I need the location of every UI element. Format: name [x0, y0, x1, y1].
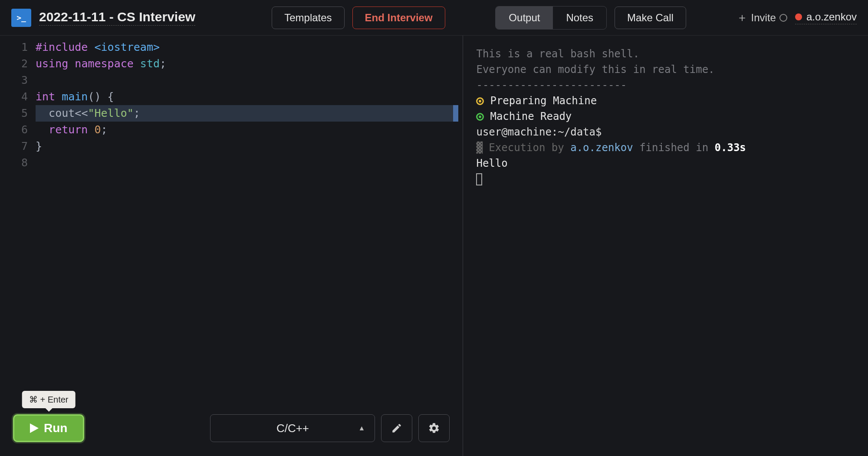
line-number: 7 — [0, 138, 28, 155]
token: namespace — [75, 57, 133, 70]
token: main — [62, 90, 88, 103]
run-label: Run — [44, 421, 67, 435]
templates-button[interactable]: Templates — [272, 7, 344, 29]
token: using — [36, 57, 68, 70]
token: #include — [36, 41, 88, 53]
terminal-panel[interactable]: This is a real bash shell. Everyone can … — [463, 36, 868, 456]
session-title[interactable]: 2022-11-11 - CS Interview — [39, 10, 195, 26]
editor-toolbar: ⌘ + Enter Run C/C++ ▲ — [0, 409, 463, 456]
status-preparing: Preparing Machine — [476, 93, 855, 109]
line-number: 1 — [0, 39, 28, 56]
username-label: a.o.zenkov — [806, 11, 857, 23]
settings-button[interactable] — [418, 414, 450, 442]
terminal-divider: ------------------------ — [476, 77, 855, 93]
line-number: 4 — [0, 89, 28, 105]
code-area[interactable]: #include <iostream> using namespace std;… — [36, 37, 463, 409]
exec-user: a.o.zenkov — [570, 142, 633, 154]
line-number: 6 — [0, 122, 28, 138]
shell-prompt: user@machine:~/data$ — [476, 124, 855, 140]
recording-indicator-icon — [779, 14, 787, 22]
status-text: Machine Ready — [490, 110, 572, 122]
svg-marker-0 — [30, 423, 39, 433]
terminal-intro: This is a real bash shell. — [476, 46, 855, 62]
output-notes-segmented: Output Notes — [495, 6, 607, 30]
language-select[interactable]: C/C++ ▲ — [210, 414, 375, 442]
line-number: 3 — [0, 72, 28, 89]
play-icon — [30, 423, 39, 433]
execution-line: ▓ Execution by a.o.zenkov finished in 0.… — [476, 140, 855, 155]
editor-panel: 1 2 3 4 5 6 7 8 #include <iostream> usin… — [0, 36, 463, 456]
line-number: 8 — [0, 155, 28, 171]
token: 0 — [94, 123, 101, 136]
end-interview-button[interactable]: End Interview — [352, 7, 445, 29]
line-number: 2 — [0, 56, 28, 72]
status-dot-green-icon — [476, 113, 484, 121]
pencil-icon — [391, 423, 402, 434]
exec-time: 0.33s — [715, 142, 746, 154]
tab-notes[interactable]: Notes — [553, 7, 606, 29]
language-label: C/C++ — [276, 422, 309, 435]
line-gutter: 1 2 3 4 5 6 7 8 — [0, 37, 36, 409]
token: std — [140, 57, 160, 70]
make-call-button[interactable]: Make Call — [615, 7, 686, 29]
exec-mid: finished in — [633, 142, 715, 154]
exec-prefix: ▓ Execution by — [476, 142, 570, 154]
token: int — [36, 90, 55, 103]
run-shortcut-tooltip: ⌘ + Enter — [22, 391, 76, 408]
line-number: 5 — [0, 105, 28, 122]
gear-icon — [428, 422, 440, 434]
current-user[interactable]: a.o.zenkov — [795, 11, 857, 24]
terminal-output: Hello — [476, 155, 855, 171]
top-bar: >_ 2022-11-11 - CS Interview Templates E… — [0, 0, 868, 36]
token: return — [49, 123, 88, 136]
token: "Hello" — [88, 107, 133, 119]
plus-icon: ＋ — [736, 10, 748, 25]
presence-dot-icon — [795, 13, 802, 20]
token: cout — [49, 107, 75, 119]
app-logo[interactable]: >_ — [11, 9, 31, 27]
status-text: Preparing Machine — [490, 95, 597, 107]
tab-output[interactable]: Output — [496, 7, 553, 29]
edit-button[interactable] — [381, 414, 412, 442]
code-editor[interactable]: 1 2 3 4 5 6 7 8 #include <iostream> usin… — [0, 36, 463, 409]
invite-label: Invite — [751, 12, 776, 24]
run-button[interactable]: Run — [13, 414, 84, 442]
terminal-intro: Everyone can modify this in real time. — [476, 62, 855, 77]
status-ready: Machine Ready — [476, 109, 855, 124]
chevron-up-icon: ▲ — [358, 424, 365, 432]
status-dot-yellow-icon — [476, 97, 484, 105]
token: <iostream> — [94, 41, 160, 53]
invite-button[interactable]: ＋ Invite — [736, 10, 787, 25]
terminal-cursor-icon — [476, 173, 482, 185]
